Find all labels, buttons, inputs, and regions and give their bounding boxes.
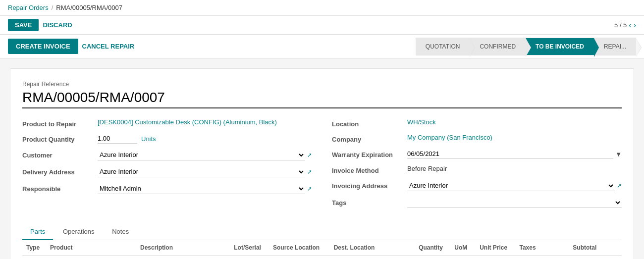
delivery-address-row: Delivery Address Azure Interior ➚ bbox=[22, 166, 312, 177]
col-menu bbox=[606, 240, 622, 256]
location-row: Location WH/Stock bbox=[332, 118, 622, 128]
cancel-repair-button[interactable]: CANCEL REPAIR bbox=[82, 43, 135, 50]
status-step-repair[interactable]: REPAI... bbox=[594, 38, 636, 55]
tab-notes[interactable]: Notes bbox=[104, 224, 137, 240]
parts-table: Type Product Description Lot/Serial Sour… bbox=[22, 240, 622, 259]
tags-select[interactable] bbox=[407, 197, 622, 208]
col-description: Description bbox=[136, 240, 230, 256]
product-quantity-label: Product Quantity bbox=[22, 134, 92, 143]
responsible-label: Responsible bbox=[22, 183, 92, 193]
row-taxes: Tax 15.00% bbox=[515, 256, 569, 259]
warranty-expiration-row: Warranty Expiration ▼ bbox=[332, 149, 622, 159]
responsible-external-link-icon[interactable]: ➚ bbox=[307, 185, 312, 192]
row-product[interactable]: [FURN_7023] Wood Pa... bbox=[46, 256, 136, 259]
col-uom: UoM bbox=[450, 240, 476, 256]
responsible-select[interactable]: Mitchell Admin bbox=[98, 183, 305, 194]
company-value[interactable]: My Company (San Francisco) bbox=[407, 134, 492, 141]
invoicing-address-label: Invoicing Address bbox=[332, 180, 401, 190]
tab-parts[interactable]: Parts bbox=[22, 224, 53, 240]
row-type: Add bbox=[22, 256, 46, 259]
discard-button[interactable]: DISCARD bbox=[43, 21, 72, 29]
warranty-expiration-input[interactable] bbox=[407, 149, 613, 159]
row-unit-price: 100.00 bbox=[476, 256, 515, 259]
product-to-repair-label: Product to Repair bbox=[22, 118, 92, 128]
form-grid: Product to Repair [DESK0004] Customizabl… bbox=[22, 118, 622, 214]
form-right-column: Location WH/Stock Company My Company (Sa… bbox=[332, 118, 622, 214]
table-header-row: Type Product Description Lot/Serial Sour… bbox=[22, 240, 622, 256]
row-description: [FURN_7023] Wood Panel bbox=[136, 256, 230, 259]
tags-label: Tags bbox=[332, 197, 401, 207]
col-type: Type bbox=[22, 240, 46, 256]
col-lot-serial: Lot/Serial bbox=[230, 240, 269, 256]
company-label: Company bbox=[332, 134, 401, 143]
customer-label: Customer bbox=[22, 150, 92, 159]
tab-operations[interactable]: Operations bbox=[55, 224, 103, 240]
invoicing-address-row: Invoicing Address Azure Interior ➚ bbox=[332, 180, 622, 191]
col-source-location: Source Location bbox=[269, 240, 330, 256]
repair-reference-input[interactable] bbox=[22, 90, 622, 108]
invoice-method-row: Invoice Method Before Repair bbox=[332, 165, 622, 174]
breadcrumb-separator: / bbox=[52, 4, 54, 11]
main-content: Repair Reference Product to Repair [DESK… bbox=[0, 58, 644, 259]
breadcrumb-bar: Repair Orders / RMA/00005/RMA/0007 bbox=[0, 0, 644, 16]
customer-row: Customer Azure Interior ➚ bbox=[22, 150, 312, 160]
customer-select[interactable]: Azure Interior bbox=[98, 150, 305, 160]
invoice-method-label: Invoice Method bbox=[332, 165, 401, 174]
status-step-to-be-invoiced[interactable]: TO BE INVOICED bbox=[526, 38, 594, 55]
warranty-expiration-label: Warranty Expiration bbox=[332, 149, 401, 158]
pagination-next[interactable]: › bbox=[634, 21, 636, 30]
product-quantity-row: Product Quantity Units bbox=[22, 134, 312, 144]
col-subtotal: Subtotal bbox=[569, 240, 605, 256]
col-unit-price: Unit Price bbox=[476, 240, 515, 256]
invoicing-address-external-link-icon[interactable]: ➚ bbox=[617, 182, 622, 189]
status-bar: CREATE INVOICE CANCEL REPAIR QUOTATION C… bbox=[0, 35, 644, 58]
create-invoice-button[interactable]: CREATE INVOICE bbox=[8, 39, 78, 54]
action-bar: SAVE DISCARD 5 / 5 ‹ › bbox=[0, 16, 644, 35]
table-row: Add [FURN_7023] Wood Pa... [FURN_7023] W… bbox=[22, 256, 622, 259]
warranty-expiration-dropdown-icon[interactable]: ▼ bbox=[615, 151, 622, 158]
row-menu-icon[interactable]: ⋮ bbox=[606, 256, 622, 259]
row-uom: Units bbox=[450, 256, 476, 259]
invoice-method-value: Before Repair bbox=[407, 165, 447, 172]
delivery-address-label: Delivery Address bbox=[22, 166, 92, 176]
product-quantity-unit: Units bbox=[141, 135, 156, 143]
location-label: Location bbox=[332, 118, 401, 128]
col-dest-location: Dest. Location bbox=[330, 240, 415, 256]
responsible-row: Responsible Mitchell Admin ➚ bbox=[22, 183, 312, 194]
tabs-container: Parts Operations Notes bbox=[22, 224, 622, 240]
breadcrumb-parent[interactable]: Repair Orders bbox=[8, 4, 49, 11]
company-row: Company My Company (San Francisco) bbox=[332, 134, 622, 143]
customer-external-link-icon[interactable]: ➚ bbox=[307, 152, 312, 158]
col-taxes: Taxes bbox=[515, 240, 569, 256]
row-dest-location: Virtual Locations/Prod... bbox=[330, 256, 415, 259]
col-quantity: Quantity bbox=[415, 240, 450, 256]
row-lot-serial bbox=[230, 256, 269, 259]
pagination-label: 5 / 5 bbox=[614, 21, 627, 29]
row-quantity: 1.00 bbox=[415, 256, 450, 259]
row-subtotal: $ 100.00 bbox=[569, 256, 605, 259]
status-step-quotation[interactable]: QUOTATION bbox=[416, 38, 470, 55]
save-button[interactable]: SAVE bbox=[8, 19, 39, 31]
breadcrumb-current: RMA/00005/RMA/0007 bbox=[56, 4, 122, 11]
repair-reference-label: Repair Reference bbox=[22, 81, 622, 88]
pagination: 5 / 5 ‹ › bbox=[614, 21, 636, 30]
form-left-column: Product to Repair [DESK0004] Customizabl… bbox=[22, 118, 312, 214]
invoicing-address-select[interactable]: Azure Interior bbox=[407, 180, 615, 191]
pagination-prev[interactable]: ‹ bbox=[629, 21, 631, 30]
product-to-repair-row: Product to Repair [DESK0004] Customizabl… bbox=[22, 118, 312, 128]
col-product: Product bbox=[46, 240, 136, 256]
status-step-confirmed[interactable]: CONFIRMED bbox=[470, 38, 526, 55]
product-to-repair-value[interactable]: [DESK0004] Customizable Desk (CONFIG) (A… bbox=[98, 118, 277, 126]
location-value[interactable]: WH/Stock bbox=[407, 118, 436, 126]
tags-row: Tags bbox=[332, 197, 622, 208]
delivery-address-external-link-icon[interactable]: ➚ bbox=[307, 168, 312, 175]
form-card: Repair Reference Product to Repair [DESK… bbox=[10, 68, 634, 259]
row-source-location: WH/Stock bbox=[269, 256, 330, 259]
status-steps: QUOTATION CONFIRMED TO BE INVOICED REPAI… bbox=[134, 38, 636, 55]
product-quantity-input[interactable] bbox=[98, 134, 137, 144]
delivery-address-select[interactable]: Azure Interior bbox=[98, 166, 305, 177]
